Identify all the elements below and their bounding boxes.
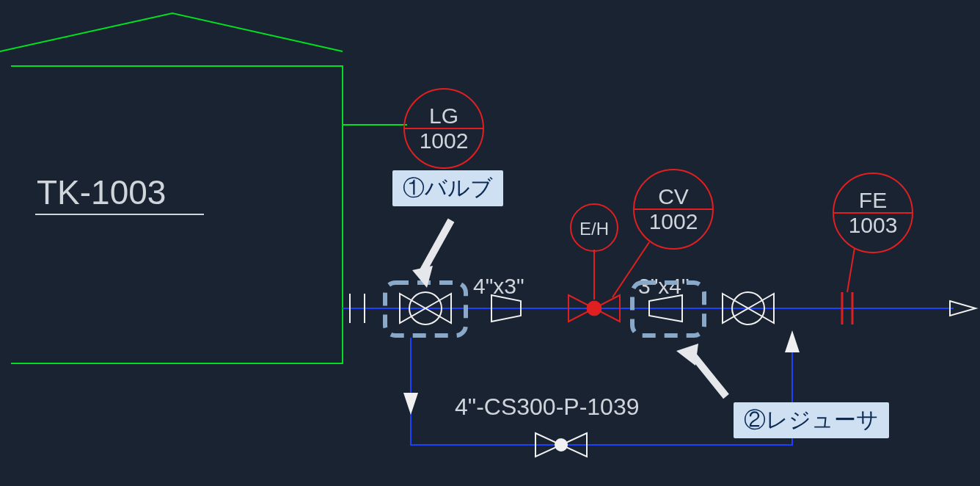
reducer2-label: 3"x4" xyxy=(638,274,690,298)
svg-text:1003: 1003 xyxy=(849,213,898,237)
instrument-eh: E/H xyxy=(571,204,618,251)
callout-arrow-2 xyxy=(676,344,726,396)
svg-point-35 xyxy=(555,439,567,451)
svg-line-32 xyxy=(847,248,855,292)
callout-arrow-1 xyxy=(412,220,451,288)
svg-text:1002: 1002 xyxy=(649,209,698,233)
instrument-fe: FE 1003 xyxy=(833,173,913,292)
svg-text:E/H: E/H xyxy=(579,219,609,239)
callout-valve: ①バルブ xyxy=(392,170,503,206)
tank-label: TK-1003 xyxy=(37,173,166,211)
svg-point-13 xyxy=(587,301,601,316)
svg-text:FE: FE xyxy=(859,188,887,212)
flow-arrow-right xyxy=(950,301,976,316)
control-valve xyxy=(568,250,620,322)
bypass-arrow-up xyxy=(785,330,800,352)
line-number-label: 4"-CS300-P-1039 xyxy=(455,393,640,420)
svg-line-36 xyxy=(422,220,451,273)
bypass-arrow-down xyxy=(403,393,418,415)
svg-text:LG: LG xyxy=(429,104,458,128)
reducer1-label: 4"x3" xyxy=(473,274,524,298)
svg-text:1002: 1002 xyxy=(420,128,469,153)
instrument-lg: LG 1002 xyxy=(404,89,483,168)
svg-text:CV: CV xyxy=(658,184,689,208)
callout-reducer: ②レジューサ xyxy=(734,402,889,438)
svg-marker-39 xyxy=(676,344,698,366)
